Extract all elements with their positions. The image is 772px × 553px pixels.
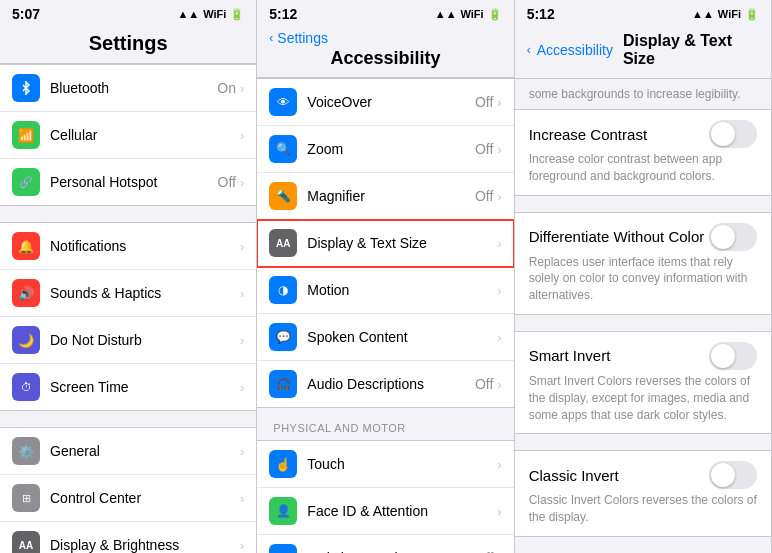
- top-desc: some backgrounds to increase legibility.: [515, 79, 771, 109]
- notifications-label: Notifications: [50, 238, 126, 254]
- row-bluetooth[interactable]: Bluetooth On ›: [0, 65, 256, 112]
- row-face-id-att[interactable]: 👤 Face ID & Attention ›: [257, 488, 513, 535]
- settings-panel: 5:07 ▲▲ WiFi 🔋 Settings Bluetooth On: [0, 0, 257, 553]
- row-general[interactable]: ⚙️ General ›: [0, 428, 256, 475]
- screen-time-chevron: ›: [240, 380, 244, 395]
- signal-icon-3: ▲▲: [692, 8, 714, 20]
- control-center-chevron: ›: [240, 491, 244, 506]
- voiceover-chevron: ›: [497, 95, 501, 110]
- status-bar-1: 5:07 ▲▲ WiFi 🔋: [0, 0, 256, 26]
- row-spoken[interactable]: 💬 Spoken Content ›: [257, 314, 513, 361]
- notifications-content: Notifications ›: [50, 238, 244, 254]
- row-control-center[interactable]: ⊞ Control Center ›: [0, 475, 256, 522]
- back-link-2[interactable]: Settings: [277, 30, 328, 46]
- tp-row-diff[interactable]: Differentiate Without Color Replaces use…: [515, 213, 771, 314]
- row-display-text[interactable]: AA Display & Text Size ›: [257, 220, 513, 267]
- classic-invert-knob: [711, 463, 735, 487]
- hotspot-label: Personal Hotspot: [50, 174, 157, 190]
- bluetooth-content: Bluetooth On ›: [50, 80, 244, 96]
- voiceover-value: Off: [475, 94, 493, 110]
- sounds-label: Sounds & Haptics: [50, 285, 161, 301]
- tp-section-smart: Smart Invert Smart Invert Colors reverse…: [515, 331, 771, 434]
- section-connectivity: Bluetooth On › 📶 Cellular › 🔗: [0, 64, 256, 206]
- audio-desc-chevron: ›: [497, 377, 501, 392]
- cellular-content: Cellular ›: [50, 127, 244, 143]
- settings-list[interactable]: Bluetooth On › 📶 Cellular › 🔗: [0, 64, 256, 553]
- voiceover-label: VoiceOver: [307, 94, 372, 110]
- display-text-panel: 5:12 ▲▲ WiFi 🔋 ‹ Accessibility Display &…: [515, 0, 772, 553]
- touch-label: Touch: [307, 456, 344, 472]
- tp-row-smart[interactable]: Smart Invert Smart Invert Colors reverse…: [515, 332, 771, 433]
- classic-invert-toggle[interactable]: [709, 461, 757, 489]
- zoom-right: Off ›: [475, 141, 502, 157]
- accessibility-title: Accessibility: [269, 46, 501, 71]
- diff-label: Differentiate Without Color: [529, 228, 705, 245]
- battery-icon: 🔋: [230, 8, 244, 21]
- hotspot-right: Off ›: [218, 174, 245, 190]
- row-dnd[interactable]: 🌙 Do Not Disturb ›: [0, 317, 256, 364]
- section-display: ⚙️ General › ⊞ Control Center › AA: [0, 427, 256, 553]
- display-brightness-content: Display & Brightness ›: [50, 537, 244, 553]
- settings-title: Settings: [12, 30, 244, 57]
- row-zoom[interactable]: 🔍 Zoom Off ›: [257, 126, 513, 173]
- row-touch[interactable]: ☝ Touch ›: [257, 441, 513, 488]
- row-cellular[interactable]: 📶 Cellular ›: [0, 112, 256, 159]
- smart-invert-toggle[interactable]: [709, 342, 757, 370]
- status-icons-1: ▲▲ WiFi 🔋: [177, 8, 244, 21]
- control-center-icon: ⊞: [12, 484, 40, 512]
- back-link-3[interactable]: Accessibility: [537, 42, 613, 58]
- row-magnifier[interactable]: 🔦 Magnifier Off ›: [257, 173, 513, 220]
- dnd-chevron: ›: [240, 333, 244, 348]
- display-brightness-label: Display & Brightness: [50, 537, 179, 553]
- bluetooth-icon: [12, 74, 40, 102]
- accessibility-list[interactable]: 👁 VoiceOver Off › 🔍 Zoom Off: [257, 78, 513, 553]
- general-icon: ⚙️: [12, 437, 40, 465]
- row-hotspot[interactable]: 🔗 Personal Hotspot Off ›: [0, 159, 256, 205]
- hotspot-icon: 🔗: [12, 168, 40, 196]
- row-motion[interactable]: ◑ Motion ›: [257, 267, 513, 314]
- increase-contrast-knob: [711, 122, 735, 146]
- section-motor: PHYSICAL AND MOTOR ☝ Touch › 👤 Face ID &…: [257, 408, 513, 553]
- section-notifications: 🔔 Notifications › 🔊 Sounds & Haptics › 🌙: [0, 222, 256, 411]
- status-time-2: 5:12: [269, 6, 297, 22]
- row-switch-control[interactable]: ⊙ Switch Control Off ›: [257, 535, 513, 553]
- diff-toggle[interactable]: [709, 223, 757, 251]
- cellular-chevron: ›: [240, 128, 244, 143]
- row-notifications[interactable]: 🔔 Notifications ›: [0, 223, 256, 270]
- voiceover-right: Off ›: [475, 94, 502, 110]
- tp-row-contrast-main: Increase Contrast: [529, 120, 757, 148]
- zoom-value: Off: [475, 141, 493, 157]
- tp-row-classic[interactable]: Classic Invert Classic Invert Colors rev…: [515, 451, 771, 536]
- motion-label: Motion: [307, 282, 349, 298]
- wifi-icon-3: WiFi: [718, 8, 741, 20]
- display-brightness-chevron: ›: [240, 538, 244, 553]
- row-audio-desc[interactable]: 🎧 Audio Descriptions Off ›: [257, 361, 513, 407]
- display-text-content[interactable]: some backgrounds to increase legibility.…: [515, 79, 771, 553]
- battery-icon-3: 🔋: [745, 8, 759, 21]
- row-sounds[interactable]: 🔊 Sounds & Haptics ›: [0, 270, 256, 317]
- control-center-content: Control Center ›: [50, 490, 244, 506]
- hotspot-chevron: ›: [240, 175, 244, 190]
- row-screen-time[interactable]: ⏱ Screen Time ›: [0, 364, 256, 410]
- signal-icon-2: ▲▲: [435, 8, 457, 20]
- audio-desc-icon: 🎧: [269, 370, 297, 398]
- sounds-content: Sounds & Haptics ›: [50, 285, 244, 301]
- motion-content: Motion ›: [307, 282, 501, 298]
- zoom-content: Zoom Off ›: [307, 141, 501, 157]
- accessibility-header: ‹ Settings Accessibility: [257, 26, 513, 78]
- tp-row-increase-contrast[interactable]: Increase Contrast Increase color contras…: [515, 110, 771, 195]
- accessibility-nav: ‹ Settings: [269, 30, 501, 46]
- display-text-nav-title: Display & Text Size: [623, 32, 759, 68]
- row-display-brightness[interactable]: AA Display & Brightness ›: [0, 522, 256, 553]
- increase-contrast-toggle[interactable]: [709, 120, 757, 148]
- zoom-chevron: ›: [497, 142, 501, 157]
- display-text-content: Display & Text Size ›: [307, 235, 501, 251]
- wifi-icon-2: WiFi: [461, 8, 484, 20]
- general-chevron: ›: [240, 444, 244, 459]
- zoom-label: Zoom: [307, 141, 343, 157]
- increase-contrast-desc: Increase color contrast between app fore…: [529, 151, 757, 185]
- spoken-icon: 💬: [269, 323, 297, 351]
- row-voiceover[interactable]: 👁 VoiceOver Off ›: [257, 79, 513, 126]
- notifications-icon: 🔔: [12, 232, 40, 260]
- motor-section-header: PHYSICAL AND MOTOR: [257, 408, 513, 440]
